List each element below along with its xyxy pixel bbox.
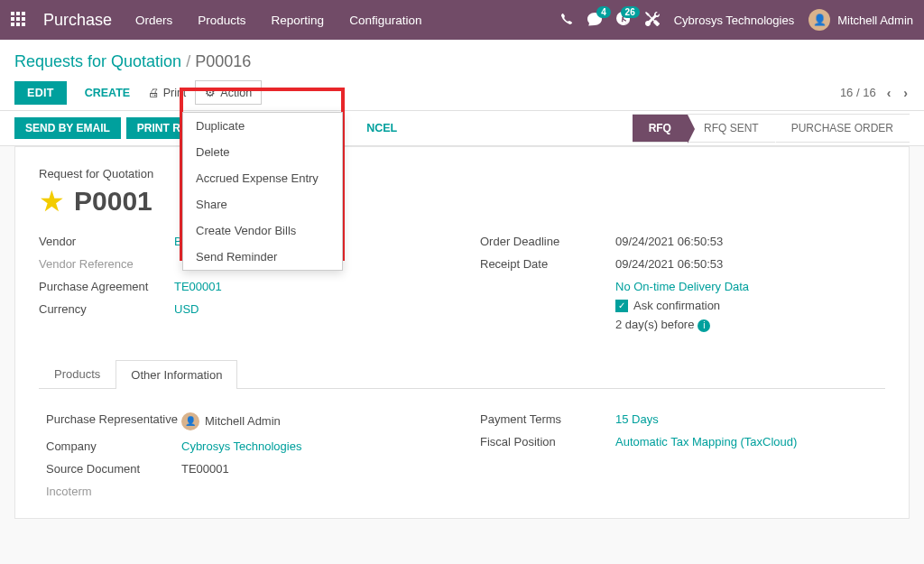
gear-icon: ⚙ <box>205 86 216 99</box>
status-steps: RFQ RFQ SENT PURCHASE ORDER <box>633 114 910 143</box>
step-rfq-sent[interactable]: RFQ SENT <box>688 114 775 143</box>
delivery-info: No On-time Delivery Data ✓Ask confirmati… <box>615 280 749 332</box>
rfq-number: P0001 <box>74 186 152 217</box>
breadcrumb-parent[interactable]: Requests for Quotation <box>14 52 181 70</box>
pager-text[interactable]: 16 / 16 <box>840 86 876 99</box>
menu-orders[interactable]: Orders <box>135 14 172 27</box>
currency-label: Currency <box>39 302 174 316</box>
breadcrumb-current: P00016 <box>195 52 251 70</box>
rep-avatar: 👤 <box>181 412 199 430</box>
receipt-value: 09/24/2021 06:50:53 <box>615 257 723 271</box>
checkbox-icon[interactable]: ✓ <box>615 300 628 312</box>
action-button[interactable]: ⚙ Action <box>195 80 262 105</box>
step-purchase-order[interactable]: PURCHASE ORDER <box>775 114 910 143</box>
star-icon[interactable]: ★ <box>39 184 65 218</box>
avatar: 👤 <box>808 9 830 31</box>
receipt-label: Receipt Date <box>480 257 615 271</box>
company-value[interactable]: Cybrosys Technologies <box>181 439 301 453</box>
activity-badge: 26 <box>621 6 640 18</box>
action-accrued-expense[interactable]: Accrued Expense Entry <box>183 165 342 191</box>
rep-value[interactable]: 👤Mitchell Admin <box>181 412 281 430</box>
info-icon[interactable]: i <box>698 319 710 332</box>
payment-label: Payment Terms <box>480 412 615 426</box>
currency-value[interactable]: USD <box>174 302 199 316</box>
main-menu: Orders Products Reporting Configuration <box>135 14 421 27</box>
phone-icon[interactable] <box>560 13 573 28</box>
no-delivery-data[interactable]: No On-time Delivery Data <box>615 280 749 293</box>
days-before: 2 day(s) before <box>615 318 694 331</box>
step-rfq[interactable]: RFQ <box>633 114 688 143</box>
pager: 16 / 16 ‹ › <box>840 86 910 100</box>
brand[interactable]: Purchase <box>43 11 112 30</box>
action-create-vendor-bills[interactable]: Create Vendor Bills <box>183 217 342 244</box>
pager-next-icon[interactable]: › <box>901 86 910 100</box>
menu-reporting[interactable]: Reporting <box>272 14 325 27</box>
menu-products[interactable]: Products <box>198 14 245 27</box>
control-panel: Requests for Quotation / P00016 EDIT CRE… <box>0 40 924 110</box>
vendor-label: Vendor <box>39 235 174 248</box>
apps-icon[interactable] <box>11 12 27 28</box>
deadline-label: Order Deadline <box>480 235 615 248</box>
print-button[interactable]: 🖨 Print <box>139 81 195 105</box>
rep-label: Purchase Representative <box>46 412 181 428</box>
print-icon: 🖨 <box>148 87 160 99</box>
breadcrumb: Requests for Quotation / P00016 <box>14 52 910 71</box>
rfq-label: Request for Quotation <box>39 167 885 180</box>
ask-confirm-label: Ask confirmation <box>633 299 720 312</box>
activity-icon[interactable]: 26 <box>616 12 631 29</box>
tabs: Products Other Information <box>39 359 885 389</box>
deadline-value: 09/24/2021 06:50:53 <box>615 235 723 248</box>
send-email-button[interactable]: SEND BY EMAIL <box>14 117 121 139</box>
form-view: Request for Quotation ★ P0001 VendorBE C… <box>14 146 910 519</box>
top-nav: Purchase Orders Products Reporting Confi… <box>0 0 924 40</box>
status-bar: SEND BY EMAIL PRINT RF NCEL RFQ RFQ SENT… <box>0 110 924 146</box>
create-button[interactable]: CREATE <box>76 81 139 105</box>
incoterm-label: Incoterm <box>46 485 181 498</box>
action-duplicate[interactable]: Duplicate <box>183 113 342 139</box>
action-dropdown: Duplicate Delete Accrued Expense Entry S… <box>182 112 343 271</box>
messages-icon[interactable]: 4 <box>587 12 602 29</box>
user-name: Mitchell Admin <box>837 14 913 27</box>
vendor-ref-label: Vendor Reference <box>39 257 174 271</box>
pager-prev-icon[interactable]: ‹ <box>885 86 893 100</box>
company-selector[interactable]: Cybrosys Technologies <box>674 14 794 27</box>
action-delete[interactable]: Delete <box>183 139 342 165</box>
debug-icon[interactable] <box>645 12 660 29</box>
source-label: Source Document <box>46 462 181 476</box>
menu-configuration[interactable]: Configuration <box>349 14 421 27</box>
agreement-label: Purchase Agreement <box>39 280 174 293</box>
user-menu[interactable]: 👤 Mitchell Admin <box>808 9 913 31</box>
cancel-button[interactable]: NCEL <box>356 116 408 140</box>
fiscal-label: Fiscal Position <box>480 435 615 448</box>
tab-products[interactable]: Products <box>39 359 116 388</box>
agreement-value[interactable]: TE00001 <box>174 280 222 293</box>
company-label: Company <box>46 439 181 453</box>
payment-value[interactable]: 15 Days <box>615 412 659 426</box>
source-value: TE00001 <box>181 462 229 476</box>
edit-button[interactable]: EDIT <box>14 81 67 105</box>
action-share[interactable]: Share <box>183 191 342 217</box>
breadcrumb-sep: / <box>186 52 190 70</box>
tab-other-info[interactable]: Other Information <box>116 360 237 389</box>
messages-badge: 4 <box>596 6 611 18</box>
action-send-reminder[interactable]: Send Reminder <box>183 244 342 270</box>
fiscal-value[interactable]: Automatic Tax Mapping (TaxCloud) <box>615 435 797 448</box>
